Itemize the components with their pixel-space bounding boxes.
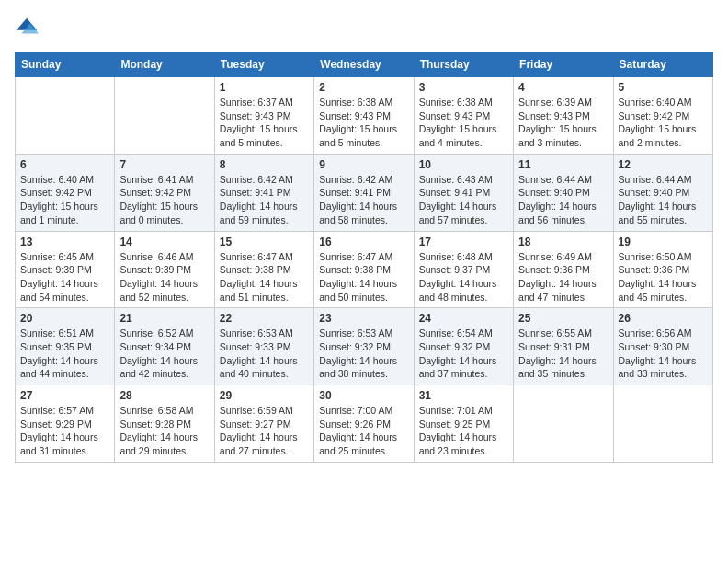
- calendar-cell: [613, 385, 712, 463]
- calendar-cell: 5Sunrise: 6:40 AMSunset: 9:42 PMDaylight…: [613, 77, 712, 155]
- day-number: 28: [119, 389, 209, 402]
- calendar-cell: 4Sunrise: 6:39 AMSunset: 9:43 PMDaylight…: [514, 77, 613, 155]
- day-info: Sunrise: 6:58 AMSunset: 9:28 PMDaylight:…: [119, 404, 209, 458]
- day-number: 11: [518, 158, 608, 171]
- calendar-cell: 22Sunrise: 6:53 AMSunset: 9:33 PMDayligh…: [214, 308, 313, 385]
- day-info: Sunrise: 6:53 AMSunset: 9:33 PMDaylight:…: [220, 327, 309, 381]
- day-number: 13: [20, 236, 109, 248]
- calendar-week-row: 20Sunrise: 6:51 AMSunset: 9:35 PMDayligh…: [16, 308, 713, 385]
- day-number: 24: [419, 312, 508, 325]
- calendar-cell: 24Sunrise: 6:54 AMSunset: 9:32 PMDayligh…: [414, 308, 513, 385]
- calendar-week-row: 1Sunrise: 6:37 AMSunset: 9:43 PMDaylight…: [16, 77, 713, 155]
- weekday-header: Friday: [514, 52, 613, 77]
- calendar-cell: 17Sunrise: 6:48 AMSunset: 9:37 PMDayligh…: [414, 231, 513, 308]
- day-info: Sunrise: 6:54 AMSunset: 9:32 PMDaylight:…: [419, 327, 508, 381]
- day-info: Sunrise: 6:38 AMSunset: 9:43 PMDaylight:…: [319, 96, 408, 150]
- calendar-cell: 12Sunrise: 6:44 AMSunset: 9:40 PMDayligh…: [613, 154, 712, 231]
- calendar-cell: 10Sunrise: 6:43 AMSunset: 9:41 PMDayligh…: [414, 154, 513, 231]
- calendar-week-row: 6Sunrise: 6:40 AMSunset: 9:42 PMDaylight…: [16, 154, 713, 231]
- day-number: 31: [419, 389, 508, 402]
- day-info: Sunrise: 6:53 AMSunset: 9:32 PMDaylight:…: [319, 327, 408, 381]
- calendar-cell: 8Sunrise: 6:42 AMSunset: 9:41 PMDaylight…: [214, 154, 313, 231]
- day-info: Sunrise: 7:00 AMSunset: 9:26 PMDaylight:…: [319, 404, 408, 458]
- calendar-cell: 25Sunrise: 6:55 AMSunset: 9:31 PMDayligh…: [514, 308, 613, 385]
- day-info: Sunrise: 6:44 AMSunset: 9:40 PMDaylight:…: [518, 173, 608, 227]
- weekday-header: Tuesday: [214, 52, 313, 77]
- day-number: 25: [518, 312, 608, 325]
- day-number: 8: [220, 158, 309, 171]
- day-number: 3: [419, 81, 508, 94]
- calendar-cell: 21Sunrise: 6:52 AMSunset: 9:34 PMDayligh…: [115, 308, 214, 385]
- calendar-cell: 30Sunrise: 7:00 AMSunset: 9:26 PMDayligh…: [314, 385, 414, 463]
- calendar-cell: 23Sunrise: 6:53 AMSunset: 9:32 PMDayligh…: [314, 308, 414, 385]
- day-number: 26: [619, 312, 708, 325]
- calendar-cell: 2Sunrise: 6:38 AMSunset: 9:43 PMDaylight…: [314, 77, 414, 155]
- day-number: 22: [220, 312, 309, 325]
- calendar-cell: 7Sunrise: 6:41 AMSunset: 9:42 PMDaylight…: [115, 154, 214, 231]
- weekday-header: Monday: [115, 52, 214, 77]
- day-info: Sunrise: 6:52 AMSunset: 9:34 PMDaylight:…: [119, 327, 209, 381]
- logo-icon: [15, 15, 40, 40]
- day-info: Sunrise: 6:38 AMSunset: 9:43 PMDaylight:…: [419, 96, 508, 150]
- weekday-header: Sunday: [16, 52, 115, 77]
- calendar-cell: 13Sunrise: 6:45 AMSunset: 9:39 PMDayligh…: [16, 231, 115, 308]
- day-number: 15: [220, 236, 309, 248]
- calendar-cell: 28Sunrise: 6:58 AMSunset: 9:28 PMDayligh…: [115, 385, 214, 463]
- day-info: Sunrise: 6:41 AMSunset: 9:42 PMDaylight:…: [119, 173, 209, 227]
- day-number: 9: [319, 158, 408, 171]
- calendar-week-row: 13Sunrise: 6:45 AMSunset: 9:39 PMDayligh…: [16, 231, 713, 308]
- calendar-cell: 6Sunrise: 6:40 AMSunset: 9:42 PMDaylight…: [16, 154, 115, 231]
- day-info: Sunrise: 6:37 AMSunset: 9:43 PMDaylight:…: [220, 96, 309, 150]
- calendar-cell: 1Sunrise: 6:37 AMSunset: 9:43 PMDaylight…: [214, 77, 313, 155]
- day-info: Sunrise: 6:42 AMSunset: 9:41 PMDaylight:…: [220, 173, 309, 227]
- day-info: Sunrise: 6:44 AMSunset: 9:40 PMDaylight:…: [619, 173, 708, 227]
- calendar-cell: [115, 77, 214, 155]
- page-header: [15, 15, 713, 40]
- day-number: 1: [220, 81, 309, 94]
- logo: [15, 15, 44, 40]
- day-info: Sunrise: 6:39 AMSunset: 9:43 PMDaylight:…: [518, 96, 608, 150]
- day-info: Sunrise: 6:40 AMSunset: 9:42 PMDaylight:…: [619, 96, 708, 150]
- day-info: Sunrise: 6:40 AMSunset: 9:42 PMDaylight:…: [20, 173, 109, 227]
- calendar-cell: 20Sunrise: 6:51 AMSunset: 9:35 PMDayligh…: [16, 308, 115, 385]
- calendar-cell: 29Sunrise: 6:59 AMSunset: 9:27 PMDayligh…: [214, 385, 313, 463]
- day-info: Sunrise: 6:47 AMSunset: 9:38 PMDaylight:…: [220, 250, 309, 304]
- day-number: 2: [319, 81, 408, 94]
- calendar-cell: 15Sunrise: 6:47 AMSunset: 9:38 PMDayligh…: [214, 231, 313, 308]
- calendar-cell: 19Sunrise: 6:50 AMSunset: 9:36 PMDayligh…: [613, 231, 712, 308]
- calendar-cell: 9Sunrise: 6:42 AMSunset: 9:41 PMDaylight…: [314, 154, 414, 231]
- day-number: 7: [119, 158, 209, 171]
- weekday-header: Saturday: [613, 52, 712, 77]
- day-number: 30: [319, 389, 408, 402]
- calendar-table: SundayMondayTuesdayWednesdayThursdayFrid…: [15, 52, 713, 463]
- weekday-header: Wednesday: [314, 52, 414, 77]
- day-info: Sunrise: 6:48 AMSunset: 9:37 PMDaylight:…: [419, 250, 508, 304]
- day-number: 27: [20, 389, 109, 402]
- calendar-cell: 27Sunrise: 6:57 AMSunset: 9:29 PMDayligh…: [16, 385, 115, 463]
- weekday-header: Thursday: [414, 52, 513, 77]
- day-info: Sunrise: 6:49 AMSunset: 9:36 PMDaylight:…: [518, 250, 608, 304]
- day-number: 12: [619, 158, 708, 171]
- day-info: Sunrise: 6:56 AMSunset: 9:30 PMDaylight:…: [619, 327, 708, 381]
- calendar-week-row: 27Sunrise: 6:57 AMSunset: 9:29 PMDayligh…: [16, 385, 713, 463]
- day-number: 5: [619, 81, 708, 94]
- day-number: 4: [518, 81, 608, 94]
- day-number: 20: [20, 312, 109, 325]
- day-number: 19: [619, 236, 708, 248]
- day-info: Sunrise: 7:01 AMSunset: 9:25 PMDaylight:…: [419, 404, 508, 458]
- day-number: 6: [20, 158, 109, 171]
- day-info: Sunrise: 6:59 AMSunset: 9:27 PMDaylight:…: [220, 404, 309, 458]
- calendar-cell: [16, 77, 115, 155]
- day-info: Sunrise: 6:50 AMSunset: 9:36 PMDaylight:…: [619, 250, 708, 304]
- day-number: 10: [419, 158, 508, 171]
- day-number: 21: [119, 312, 209, 325]
- day-info: Sunrise: 6:42 AMSunset: 9:41 PMDaylight:…: [319, 173, 408, 227]
- calendar-header-row: SundayMondayTuesdayWednesdayThursdayFrid…: [16, 52, 713, 77]
- day-number: 16: [319, 236, 408, 248]
- calendar-cell: 16Sunrise: 6:47 AMSunset: 9:38 PMDayligh…: [314, 231, 414, 308]
- day-info: Sunrise: 6:45 AMSunset: 9:39 PMDaylight:…: [20, 250, 109, 304]
- calendar-cell: 3Sunrise: 6:38 AMSunset: 9:43 PMDaylight…: [414, 77, 513, 155]
- calendar-cell: 14Sunrise: 6:46 AMSunset: 9:39 PMDayligh…: [115, 231, 214, 308]
- day-number: 14: [119, 236, 209, 248]
- day-info: Sunrise: 6:55 AMSunset: 9:31 PMDaylight:…: [518, 327, 608, 381]
